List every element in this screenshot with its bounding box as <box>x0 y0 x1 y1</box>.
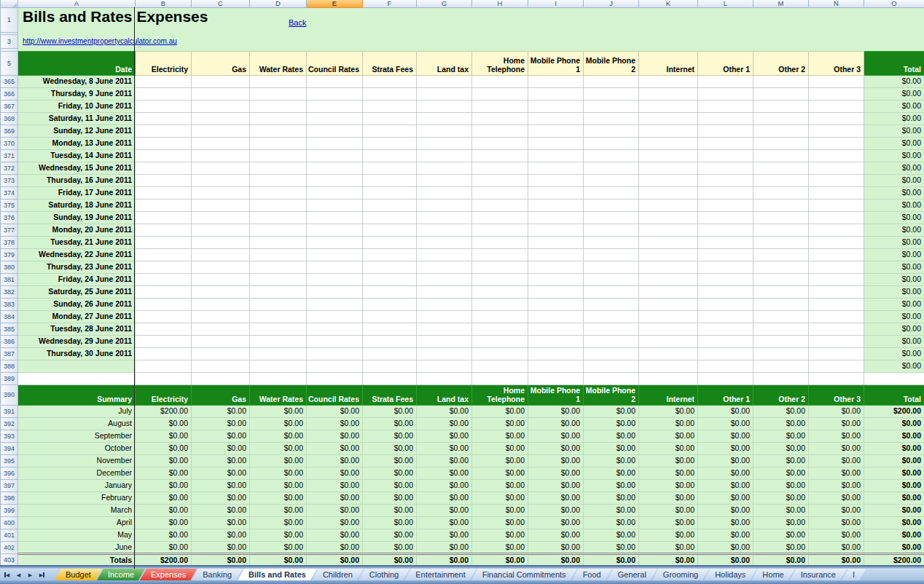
expense-cell[interactable] <box>639 75 698 87</box>
summary-value-cell[interactable]: $0.00 <box>136 529 192 541</box>
expense-cell[interactable] <box>417 137 472 149</box>
expense-cell[interactable] <box>472 236 528 248</box>
summary-value-cell[interactable]: $0.00 <box>250 417 307 430</box>
expense-cell[interactable] <box>417 199 472 211</box>
expense-cell[interactable] <box>136 224 192 236</box>
expense-cell[interactable] <box>472 335 528 347</box>
expense-cell[interactable] <box>250 224 307 236</box>
expense-cell[interactable] <box>639 273 698 285</box>
date-cell[interactable]: Wednesday, 29 June 2011 <box>18 335 136 347</box>
summary-value-cell[interactable]: $0.00 <box>363 479 417 492</box>
date-cell[interactable]: Thursday, 23 June 2011 <box>18 261 136 273</box>
summary-value-cell[interactable]: $0.00 <box>472 516 528 529</box>
row-header-375[interactable]: 375 <box>1 199 18 211</box>
expense-cell[interactable] <box>753 273 809 285</box>
column-header-m[interactable]: M <box>753 0 809 7</box>
summary-value-cell[interactable]: $0.00 <box>136 479 192 492</box>
expense-cell[interactable] <box>639 211 698 224</box>
expense-cell[interactable] <box>698 285 753 298</box>
expense-cell[interactable] <box>363 199 417 211</box>
summary-value-cell[interactable]: $0.00 <box>136 442 192 454</box>
expense-cell[interactable] <box>809 186 864 199</box>
daily-column-header-gas[interactable]: Gas <box>192 51 250 75</box>
expense-cell[interactable] <box>417 310 472 323</box>
expense-cell[interactable] <box>584 236 639 248</box>
daily-column-header-other-2[interactable]: Other 2 <box>753 51 809 75</box>
expense-cell[interactable] <box>698 100 753 112</box>
expense-cell[interactable] <box>363 298 417 310</box>
totals-value-cell[interactable]: $0.00 <box>639 553 698 565</box>
expense-cell[interactable] <box>417 100 472 112</box>
expense-cell[interactable] <box>472 273 528 285</box>
expense-cell[interactable] <box>472 323 528 335</box>
expense-cell[interactable] <box>363 149 417 162</box>
expense-cell[interactable] <box>307 236 363 248</box>
expense-cell[interactable] <box>192 310 250 323</box>
expense-cell[interactable] <box>639 298 698 310</box>
summary-value-cell[interactable]: $0.00 <box>698 541 753 553</box>
column-header-d[interactable]: D <box>250 0 307 7</box>
summary-total-cell[interactable]: $0.00 <box>864 430 924 442</box>
expense-cell[interactable] <box>584 211 639 224</box>
summary-value-cell[interactable]: $0.00 <box>528 405 584 417</box>
expense-cell[interactable] <box>307 100 363 112</box>
expense-cell[interactable] <box>639 335 698 347</box>
expense-cell[interactable] <box>698 174 753 186</box>
row-header-391[interactable]: 391 <box>1 405 18 417</box>
expense-cell[interactable] <box>639 100 698 112</box>
date-cell[interactable]: Sunday, 12 June 2011 <box>18 125 136 137</box>
expense-cell[interactable] <box>472 174 528 186</box>
daily-total-cell[interactable]: $0.00 <box>864 285 924 298</box>
summary-value-cell[interactable]: $0.00 <box>698 417 753 430</box>
daily-column-header-internet[interactable]: Internet <box>639 51 698 75</box>
expense-cell[interactable] <box>698 75 753 87</box>
expense-cell[interactable] <box>136 211 192 224</box>
summary-column-header-mobile-phone-1[interactable]: Mobile Phone 1 <box>528 384 584 405</box>
summary-value-cell[interactable]: $0.00 <box>528 479 584 492</box>
sheet-tab-budget[interactable]: Budget <box>55 569 102 580</box>
expense-cell[interactable] <box>528 87 584 100</box>
summary-value-cell[interactable]: $0.00 <box>698 492 753 504</box>
expense-cell[interactable] <box>639 224 698 236</box>
expense-cell[interactable] <box>136 125 192 137</box>
expense-cell[interactable] <box>417 236 472 248</box>
daily-total-cell[interactable]: $0.00 <box>864 347 924 360</box>
month-cell[interactable]: December <box>18 467 136 479</box>
expense-cell[interactable] <box>472 298 528 310</box>
summary-value-cell[interactable]: $0.00 <box>250 479 307 492</box>
expense-cell[interactable] <box>250 310 307 323</box>
expense-cell[interactable] <box>753 137 809 149</box>
row-header-398[interactable]: 398 <box>1 492 18 504</box>
summary-value-cell[interactable]: $0.00 <box>307 479 363 492</box>
expense-cell[interactable] <box>472 112 528 125</box>
summary-value-cell[interactable]: $0.00 <box>639 430 698 442</box>
expense-cell[interactable] <box>363 248 417 261</box>
grand-total-cell[interactable]: $200.00 <box>864 553 924 565</box>
expense-cell[interactable] <box>584 137 639 149</box>
expense-cell[interactable] <box>753 100 809 112</box>
expense-cell[interactable] <box>584 149 639 162</box>
expense-cell[interactable] <box>307 75 363 87</box>
summary-value-cell[interactable]: $0.00 <box>417 479 472 492</box>
expense-cell[interactable] <box>192 248 250 261</box>
expense-cell[interactable] <box>192 360 250 372</box>
row-header-382[interactable]: 382 <box>1 285 18 298</box>
expense-cell[interactable] <box>528 112 584 125</box>
expense-cell[interactable] <box>753 199 809 211</box>
expense-cell[interactable] <box>417 323 472 335</box>
summary-value-cell[interactable]: $0.00 <box>192 430 250 442</box>
summary-value-cell[interactable]: $0.00 <box>809 504 864 516</box>
sheet-tab-food[interactable]: Food <box>572 569 612 580</box>
expense-cell[interactable] <box>698 273 753 285</box>
summary-value-cell[interactable]: $0.00 <box>472 541 528 553</box>
row-header-401[interactable]: 401 <box>1 529 18 541</box>
expense-cell[interactable] <box>250 186 307 199</box>
column-header-b[interactable]: B <box>136 0 192 7</box>
expense-cell[interactable] <box>472 248 528 261</box>
summary-value-cell[interactable]: $0.00 <box>307 504 363 516</box>
title-band[interactable]: http://www.investmentpropertycalculator.… <box>18 34 924 48</box>
daily-total-cell[interactable]: $0.00 <box>864 224 924 236</box>
tab-nav-last-button[interactable]: ▶ <box>37 570 47 579</box>
expense-cell[interactable] <box>528 310 584 323</box>
empty-cell[interactable] <box>809 372 864 384</box>
